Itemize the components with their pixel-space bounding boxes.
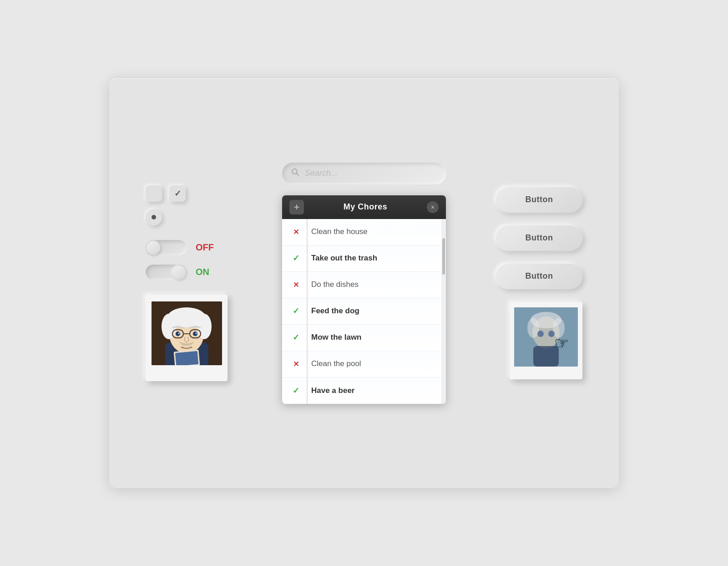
radio-selected[interactable] bbox=[146, 209, 162, 225]
svg-point-11 bbox=[178, 332, 180, 334]
chores-header: + My Chores × bbox=[282, 195, 446, 219]
svg-line-16 bbox=[297, 173, 299, 176]
left-section: OFF ON bbox=[146, 185, 246, 381]
chore-item[interactable]: ✕ Clean the house bbox=[282, 219, 446, 245]
right-section: Button Button Button ☞ bbox=[482, 187, 582, 379]
radio-row bbox=[146, 209, 186, 225]
chores-add-button[interactable]: + bbox=[289, 200, 304, 214]
photo-inner-left bbox=[152, 301, 222, 365]
search-bar[interactable]: Search... bbox=[282, 163, 446, 184]
checkbox-unchecked[interactable] bbox=[146, 185, 162, 202]
checkbox-row bbox=[146, 185, 186, 202]
toggle-group: OFF ON bbox=[146, 240, 214, 280]
cursor-hand-icon: ☞ bbox=[554, 334, 569, 353]
svg-point-22 bbox=[537, 331, 544, 337]
photo-inner-right: ☞ bbox=[514, 307, 578, 367]
chores-widget: + My Chores × ✕ Clean the house ✓ Take o… bbox=[282, 195, 446, 404]
center-section: Search... + My Chores × ✕ Clean the hous… bbox=[273, 163, 455, 404]
chore-status-icon: ✕ bbox=[289, 228, 302, 236]
chore-text: Have a beer bbox=[311, 386, 354, 395]
button-3[interactable]: Button bbox=[496, 264, 582, 289]
chore-item[interactable]: ✕ Do the dishes bbox=[282, 272, 446, 298]
svg-point-5 bbox=[197, 314, 212, 339]
svg-point-4 bbox=[162, 314, 176, 339]
photo-frame-right[interactable]: ☞ bbox=[510, 302, 582, 379]
svg-point-20 bbox=[527, 318, 539, 338]
chore-item[interactable]: ✓ Take out the trash bbox=[282, 245, 446, 272]
toggle-thumb-on bbox=[172, 265, 186, 279]
chore-text: Mow the lawn bbox=[311, 333, 362, 342]
toggle-row-off: OFF bbox=[146, 240, 214, 255]
button-2[interactable]: Button bbox=[496, 225, 582, 251]
checkbox-checked[interactable] bbox=[169, 185, 186, 202]
photo-frame-left bbox=[146, 295, 228, 381]
chore-text: Do the dishes bbox=[311, 280, 359, 289]
control-group bbox=[146, 185, 186, 225]
button-1[interactable]: Button bbox=[496, 187, 582, 213]
chores-title: My Chores bbox=[344, 202, 388, 212]
chore-text: Take out the trash bbox=[311, 254, 377, 263]
toggle-row-on: ON bbox=[146, 265, 214, 280]
search-icon bbox=[291, 168, 299, 178]
toggle-label-off: OFF bbox=[196, 242, 214, 253]
chore-status-icon: ✓ bbox=[289, 253, 302, 263]
chore-status-icon: ✓ bbox=[289, 306, 302, 316]
svg-rect-14 bbox=[175, 351, 198, 365]
chore-status-icon: ✓ bbox=[289, 386, 302, 396]
chore-item[interactable]: ✕ Clean the pool bbox=[282, 351, 446, 377]
ui-panel: OFF ON bbox=[109, 78, 619, 488]
chore-item[interactable]: ✓ Have a beer bbox=[282, 377, 446, 404]
toggle-on[interactable] bbox=[146, 265, 187, 280]
chore-text: Clean the pool bbox=[311, 359, 361, 368]
chore-text: Feed the dog bbox=[311, 306, 359, 316]
toggle-label-on: ON bbox=[196, 267, 209, 277]
chore-item[interactable]: ✓ Feed the dog bbox=[282, 298, 446, 325]
chores-scrollbar[interactable] bbox=[441, 219, 446, 404]
svg-point-23 bbox=[548, 331, 555, 337]
chores-close-button[interactable]: × bbox=[427, 201, 439, 213]
svg-point-12 bbox=[195, 332, 197, 334]
search-placeholder: Search... bbox=[305, 168, 338, 178]
toggle-off[interactable] bbox=[146, 240, 187, 255]
chore-status-icon: ✕ bbox=[289, 360, 302, 368]
chores-list: ✕ Clean the house ✓ Take out the trash ✕… bbox=[282, 219, 446, 404]
toggle-thumb-off bbox=[147, 241, 160, 255]
chore-item[interactable]: ✓ Mow the lawn bbox=[282, 325, 446, 351]
chore-status-icon: ✕ bbox=[289, 280, 302, 289]
chores-scrollbar-thumb bbox=[442, 238, 445, 275]
chore-status-icon: ✓ bbox=[289, 332, 302, 342]
chore-text: Clean the house bbox=[311, 227, 368, 236]
